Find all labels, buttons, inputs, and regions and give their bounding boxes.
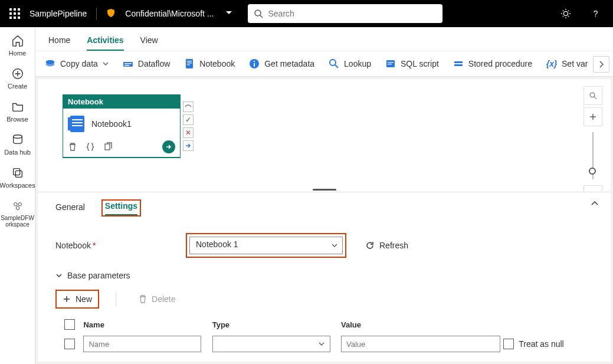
plus-circle-icon xyxy=(11,67,24,80)
tab-activities[interactable]: Activities xyxy=(87,35,123,51)
toolbar-overflow[interactable] xyxy=(593,56,609,73)
param-value-input[interactable] xyxy=(341,336,500,352)
svg-point-22 xyxy=(330,60,336,65)
run-arrow-icon[interactable] xyxy=(162,140,175,153)
panel-tab-settings[interactable]: Settings xyxy=(105,201,137,215)
chevron-down-icon xyxy=(103,61,109,67)
refresh-button[interactable]: Refresh xyxy=(365,241,408,250)
database-icon xyxy=(11,133,24,146)
rail-current-workspace[interactable]: SampleDFW orkspace xyxy=(0,197,35,234)
tab-home[interactable]: Home xyxy=(48,35,70,51)
delete-icon xyxy=(139,295,147,303)
tb-lookup[interactable]: Lookup xyxy=(329,58,371,69)
row-checkbox[interactable] xyxy=(64,339,75,349)
notebook-icon xyxy=(184,58,195,69)
svg-rect-27 xyxy=(454,61,463,63)
braces-icon[interactable] xyxy=(86,142,95,152)
svg-rect-28 xyxy=(454,64,463,66)
svg-point-7 xyxy=(14,203,17,206)
chevron-down-icon[interactable] xyxy=(225,9,232,18)
search-input[interactable] xyxy=(268,9,437,18)
col-header-value: Value xyxy=(341,320,503,329)
workspace-selected-icon xyxy=(11,199,24,212)
delete-icon[interactable] xyxy=(68,142,77,152)
port-onskip-icon[interactable] xyxy=(183,101,194,112)
port-onfail-icon[interactable]: ✕ xyxy=(183,127,194,138)
workspaces-icon xyxy=(11,166,24,179)
delete-parameter-button[interactable]: Delete xyxy=(133,291,181,307)
main-area: Home Activities View Copy data Dataflow … xyxy=(35,27,613,364)
rail-label: SampleDFW orkspace xyxy=(1,215,34,228)
zoom-thumb[interactable] xyxy=(589,168,596,175)
sensitivity-shield-icon xyxy=(106,8,116,19)
separator xyxy=(96,8,97,19)
panel-resize-handle[interactable] xyxy=(38,187,611,192)
port-oncompletion-icon[interactable] xyxy=(183,140,194,151)
tb-sql-script[interactable]: SQL script xyxy=(385,58,439,69)
grid-row: Treat as null xyxy=(55,333,593,355)
svg-rect-12 xyxy=(123,62,133,67)
home-icon xyxy=(11,34,24,47)
svg-rect-29 xyxy=(105,144,110,150)
highlight-box: Notebook 1 xyxy=(186,233,346,258)
treat-as-null-checkbox[interactable] xyxy=(503,339,514,349)
zoom-slider[interactable] xyxy=(592,132,594,179)
sql-icon xyxy=(385,58,396,69)
tb-copy-data[interactable]: Copy data xyxy=(45,58,109,69)
rail-home[interactable]: Home xyxy=(0,32,35,63)
canvas-search-icon[interactable] xyxy=(584,86,602,105)
rail-create[interactable]: Create xyxy=(0,65,35,96)
sensitivity-label[interactable]: Confidential\Microsoft ... xyxy=(125,9,214,18)
main-tabs: Home Activities View xyxy=(35,27,613,51)
rail-datahub[interactable]: Data hub xyxy=(0,131,35,162)
activity-notebook[interactable]: Notebook Notebook1 xyxy=(63,94,181,158)
param-type-select[interactable] xyxy=(212,336,330,352)
new-parameter-button[interactable]: New xyxy=(55,290,99,309)
activity-status-ports: ✓ ✕ xyxy=(183,101,194,151)
tb-dataflow[interactable]: Dataflow xyxy=(123,58,170,69)
treat-as-null-label: Treat as null xyxy=(519,339,564,349)
divider xyxy=(116,292,116,306)
rail-label: Data hub xyxy=(4,149,31,156)
activity-name: Notebook1 xyxy=(91,119,132,129)
grid-header-row: Name Type Value xyxy=(55,316,593,333)
rail-label: Create xyxy=(8,83,27,90)
app-launcher-icon[interactable] xyxy=(9,8,20,19)
zoom-in-button[interactable] xyxy=(584,107,602,126)
tb-stored-procedure[interactable]: Stored procedure xyxy=(453,58,532,69)
notebook-field-label: Notebook* xyxy=(55,241,176,250)
tb-set-variable[interactable]: {x} Set var xyxy=(546,58,588,69)
rail-workspaces[interactable]: Workspaces xyxy=(0,164,35,195)
copy-icon[interactable] xyxy=(103,142,113,152)
param-name-input[interactable] xyxy=(83,336,201,352)
notebook-select[interactable]: Notebook 1 xyxy=(189,237,343,254)
canvas-zoom-controls xyxy=(584,86,602,192)
rail-label: Browse xyxy=(6,116,28,123)
select-all-checkbox[interactable] xyxy=(64,319,75,330)
panel-tabs: General Settings xyxy=(55,199,593,217)
svg-rect-16 xyxy=(187,61,192,61)
tab-view[interactable]: View xyxy=(140,35,158,51)
help-icon[interactable]: ? xyxy=(588,6,602,21)
rail-label: Workspaces xyxy=(0,182,35,189)
svg-point-11 xyxy=(46,62,54,66)
svg-point-4 xyxy=(13,135,22,139)
base-parameters-header[interactable]: Base parameters xyxy=(55,271,593,280)
svg-rect-6 xyxy=(15,170,22,177)
tb-notebook[interactable]: Notebook xyxy=(184,58,235,69)
folder-icon xyxy=(11,100,24,113)
tb-get-metadata[interactable]: Get metadata xyxy=(249,58,314,69)
pipeline-canvas[interactable]: Notebook Notebook1 xyxy=(38,79,611,192)
svg-text:?: ? xyxy=(593,9,598,18)
global-search[interactable] xyxy=(248,4,442,23)
port-onsuccess-icon[interactable]: ✓ xyxy=(183,114,194,125)
rail-browse[interactable]: Browse xyxy=(0,98,35,129)
panel-tab-general[interactable]: General xyxy=(55,202,85,217)
settings-gear-icon[interactable] xyxy=(559,6,573,21)
collapse-panel-icon[interactable] xyxy=(591,199,599,209)
activities-toolbar: Copy data Dataflow Notebook Get metadata… xyxy=(35,51,613,77)
plus-icon xyxy=(63,295,71,303)
col-header-name: Name xyxy=(83,320,212,329)
svg-rect-13 xyxy=(124,63,132,64)
svg-rect-5 xyxy=(13,169,19,175)
